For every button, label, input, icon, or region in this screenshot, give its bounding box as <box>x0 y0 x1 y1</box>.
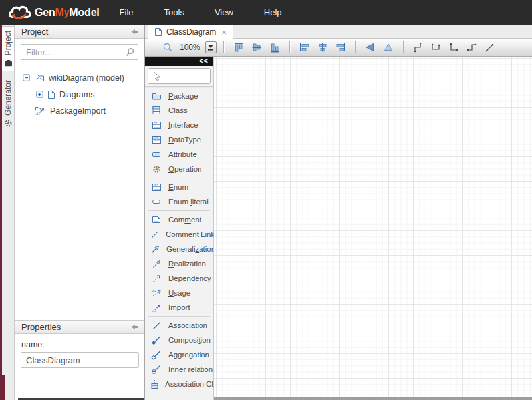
rail-tab-generator-label: Generator <box>3 80 13 116</box>
top-menu-bar: GenMyModel File Tools View Help <box>0 0 532 25</box>
palette-item-label: Enum <box>168 183 188 191</box>
palette-item-composition[interactable]: Composition <box>145 333 213 347</box>
palette-item-realization[interactable]: Realization <box>145 256 213 271</box>
attribute-icon <box>150 152 162 158</box>
main-content: << <box>145 57 532 400</box>
toolbar-separator <box>355 41 356 53</box>
genmymodel-logo[interactable]: GenMyModel <box>7 3 100 21</box>
palette-item-label: Package <box>168 92 198 100</box>
align-middle-button[interactable] <box>249 40 265 55</box>
tree-node-label: Diagrams <box>59 90 95 99</box>
filter-input[interactable] <box>21 44 138 60</box>
route-corner-button[interactable] <box>446 40 462 55</box>
palette-item-operation[interactable]: Operation <box>145 162 213 176</box>
tab-label: ClassDiagram <box>166 27 216 37</box>
close-tab-icon[interactable]: × <box>221 28 227 37</box>
palette-item-label: Generalization <box>166 245 215 253</box>
palette-item-comment-link[interactable]: Comment Link <box>145 227 213 242</box>
palette-divider <box>145 84 213 87</box>
route-step-up-button[interactable] <box>410 40 426 55</box>
palette-item-class[interactable]: Class <box>145 103 213 118</box>
search-icon <box>125 47 134 57</box>
composition-icon <box>150 335 162 345</box>
palette-item-interface[interactable]: «I» Interface <box>145 118 213 132</box>
association-class-icon <box>150 379 159 389</box>
svg-text:«I»: «I» <box>35 112 40 116</box>
palette-item-aggregation[interactable]: Aggregation <box>145 347 213 362</box>
palette-item-label: DataType <box>168 136 201 144</box>
align-left-button[interactable] <box>297 40 313 55</box>
menubar: File Tools View Help <box>120 7 282 17</box>
palette-item-inner-relation[interactable]: Inner relation <box>145 362 213 377</box>
palette-item-label: Composition <box>168 336 211 344</box>
palette-item-enum-literal[interactable]: Enum literal <box>145 194 213 209</box>
align-right-button[interactable] <box>332 40 348 55</box>
diagram-canvas[interactable] <box>214 57 532 400</box>
menu-file[interactable]: File <box>120 7 134 17</box>
route-step-down-button[interactable] <box>428 40 444 55</box>
palette-item-label: Usage <box>168 289 190 297</box>
left-edge-accent <box>0 375 5 400</box>
properties-panel-header: Properties <box>15 320 144 334</box>
rail-tab-generator[interactable]: Generator <box>2 76 14 132</box>
palette-item-datatype[interactable]: «D» DataType <box>145 132 213 147</box>
import-icon: «I» <box>150 303 162 313</box>
route-straight-button[interactable] <box>482 40 498 55</box>
palette-item-association[interactable]: Association <box>145 318 213 333</box>
datatype-icon: «D» <box>150 136 162 144</box>
selection-tool-button[interactable] <box>148 68 211 84</box>
gear-icon <box>4 119 13 128</box>
logo-wordmark: GenMyModel <box>35 7 100 19</box>
toolbar-separator <box>223 41 224 53</box>
tree-row-wikidiagram[interactable]: wikiDiagram (model) <box>15 69 144 86</box>
application-window: GenMyModel File Tools View Help Project <box>0 0 532 400</box>
tree-row-packageimport[interactable]: «I» PackageImport <box>15 102 144 119</box>
palette-item-label: Dependency <box>168 274 211 282</box>
align-center-button[interactable] <box>315 40 331 55</box>
project-panel-header: Project <box>15 25 144 39</box>
collapse-expander-icon[interactable] <box>23 74 30 81</box>
rail-tab-project[interactable]: Project <box>2 26 14 71</box>
main-area: ClassDiagram × 100% <box>145 25 532 400</box>
palette-item-label: Interface <box>168 121 198 129</box>
flip-horizontal-button[interactable] <box>362 40 378 55</box>
collapse-panel-button[interactable] <box>130 28 139 35</box>
side-rail: Project Generator <box>2 25 15 400</box>
class-icon <box>150 106 162 115</box>
tab-classdiagram[interactable]: ClassDiagram × <box>148 25 233 39</box>
palette-item-enum[interactable]: «E» Enum <box>145 180 213 194</box>
name-field[interactable] <box>21 352 139 368</box>
palette-collapse-button[interactable]: << <box>145 57 213 66</box>
project-column: Project <box>15 25 145 400</box>
palette-item-dependency[interactable]: Dependency <box>145 271 213 286</box>
palette-item-comment[interactable]: Comment <box>145 212 213 227</box>
palette-item-package[interactable]: Package <box>145 89 213 103</box>
palette-item-import[interactable]: «I» Import <box>145 300 213 315</box>
app-body: Project Generator <box>0 25 532 400</box>
name-field-label: name: <box>21 340 138 349</box>
palette-item-label: Operation <box>168 165 202 173</box>
collapse-panel-button[interactable] <box>130 323 139 331</box>
flip-vertical-button[interactable] <box>380 40 396 55</box>
zoom-dropdown-button[interactable] <box>205 41 217 53</box>
tree-row-diagrams[interactable]: Diagrams <box>15 86 144 102</box>
package-icon <box>150 92 162 100</box>
align-bottom-button[interactable] <box>267 40 283 55</box>
toolbar-separator <box>289 41 290 53</box>
palette-item-usage[interactable]: «u» Usage <box>145 286 213 300</box>
svg-text:«u»: «u» <box>152 290 157 293</box>
route-corner-reverse-button[interactable] <box>464 40 480 55</box>
menu-help[interactable]: Help <box>264 7 282 17</box>
palette-item-attribute[interactable]: Attribute <box>145 147 213 162</box>
palette-item-generalization[interactable]: Generalization <box>145 242 213 256</box>
palette-item-association-class[interactable]: Association Cl... <box>145 377 213 391</box>
menu-tools[interactable]: Tools <box>164 7 184 17</box>
interface-icon: «I» <box>150 121 162 130</box>
properties-panel-title: Properties <box>21 322 130 332</box>
expand-expander-icon[interactable] <box>36 91 43 98</box>
menu-view[interactable]: View <box>215 7 233 17</box>
align-top-button[interactable] <box>231 40 247 55</box>
diagram-page-icon <box>154 27 162 37</box>
package-import-icon: «I» <box>35 106 46 116</box>
comment-icon <box>150 216 162 224</box>
